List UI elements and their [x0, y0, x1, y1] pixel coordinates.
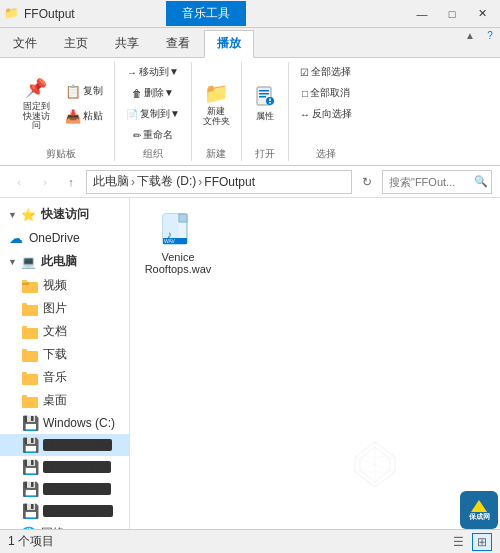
- move-to-button[interactable]: → 移动到▼: [122, 62, 184, 82]
- organize-label: 组织: [143, 147, 163, 161]
- tab-play[interactable]: 播放: [204, 30, 254, 58]
- copy-button[interactable]: 📋 复制: [60, 81, 108, 102]
- new-buttons: 📁 新建文件夹: [198, 62, 235, 145]
- pictures-label: 图片: [43, 300, 67, 317]
- music-label: 音乐: [43, 369, 67, 386]
- svg-rect-1: [259, 90, 269, 92]
- path-drive: 下载卷 (D:): [137, 173, 196, 190]
- sidebar-item-pictures[interactable]: 图片: [0, 297, 129, 320]
- quickaccess-chevron: ▼: [8, 210, 17, 220]
- thispc-chevron: ▼: [8, 257, 17, 267]
- tab-share[interactable]: 共享: [102, 30, 152, 57]
- drive-d-icon: 💾: [22, 437, 38, 453]
- ribbon-tabs: 文件 主页 共享 查看 播放 ▲ ?: [0, 28, 500, 58]
- documents-folder-icon: [22, 324, 38, 340]
- svg-rect-10: [22, 305, 38, 316]
- wav-file-icon: ♪ WAV: [158, 211, 198, 251]
- sidebar: ▼ ⭐ 快速访问 ☁ OneDrive ▼ 💻 此电脑 视频 图片: [0, 198, 130, 553]
- svg-rect-12: [22, 328, 38, 339]
- pin-to-quickaccess-button[interactable]: 📌 固定到快速访问: [14, 72, 58, 136]
- sidebar-item-drive-e[interactable]: 💾 ██████(E:): [0, 456, 129, 478]
- onedrive-icon: ☁: [8, 230, 24, 246]
- sidebar-item-drive-f[interactable]: 💾 ██████(F:): [0, 478, 129, 500]
- svg-rect-11: [22, 303, 27, 306]
- close-button[interactable]: ✕: [468, 3, 496, 25]
- select-all-button[interactable]: ☑ 全部选择: [295, 62, 356, 82]
- title-bar-app-name: FFOutput: [24, 7, 75, 21]
- tab-home[interactable]: 主页: [51, 30, 101, 57]
- copy-icon: 📋: [65, 84, 81, 99]
- file-item-venice[interactable]: ♪ WAV Venice Rooftops.wav: [138, 206, 218, 280]
- view-list-button[interactable]: ☰: [448, 533, 468, 551]
- forward-button[interactable]: ›: [34, 171, 56, 193]
- ribbon-collapse-btn[interactable]: ▲: [460, 30, 480, 41]
- help-btn[interactable]: ?: [480, 30, 500, 41]
- svg-rect-18: [22, 397, 38, 408]
- rename-icon: ✏: [133, 130, 141, 141]
- sidebar-item-video[interactable]: 视频: [0, 274, 129, 297]
- paste-button[interactable]: 📥 粘贴: [60, 106, 108, 127]
- copy-to-button[interactable]: 📄 复制到▼: [121, 104, 185, 124]
- svg-rect-3: [259, 96, 266, 98]
- decorative-diamond: [350, 437, 400, 487]
- sidebar-item-drive-d[interactable]: 💾 ██████(D:): [0, 434, 129, 456]
- sidebar-item-desktop[interactable]: 桌面: [0, 389, 129, 412]
- title-bar-left: 📁 FFOutput: [4, 6, 166, 22]
- deselect-all-button[interactable]: □ 全部取消: [297, 83, 355, 103]
- drive-d-label: ██████(D:): [43, 439, 112, 451]
- invert-selection-button[interactable]: ↔ 反向选择: [295, 104, 357, 124]
- maximize-button[interactable]: □: [438, 3, 466, 25]
- address-path[interactable]: 此电脑 › 下载卷 (D:) › FFOutput: [86, 170, 352, 194]
- downloads-label: 下载: [43, 346, 67, 363]
- path-folder: FFOutput: [204, 175, 255, 189]
- svg-rect-5: [269, 99, 271, 102]
- sidebar-item-downloads[interactable]: 下载: [0, 343, 129, 366]
- rename-button[interactable]: ✏ 重命名: [128, 125, 178, 145]
- up-button[interactable]: ↑: [60, 171, 82, 193]
- title-bar-controls: — □ ✕: [408, 3, 496, 25]
- sidebar-section-thispc[interactable]: ▼ 💻 此电脑: [0, 249, 129, 274]
- properties-button[interactable]: 属性: [248, 80, 282, 127]
- music-tool-tab[interactable]: 音乐工具: [166, 1, 246, 26]
- drive-c-icon: 💾: [22, 415, 38, 431]
- downloads-folder-icon: [22, 347, 38, 363]
- refresh-button[interactable]: ↻: [356, 171, 378, 193]
- pictures-folder-icon: [22, 301, 38, 317]
- back-button[interactable]: ‹: [8, 171, 30, 193]
- minimize-button[interactable]: —: [408, 3, 436, 25]
- quickaccess-label: 快速访问: [41, 206, 89, 223]
- sidebar-item-drive-g[interactable]: 💾 ██████(G:): [0, 500, 129, 522]
- deselect-icon: □: [302, 88, 308, 99]
- sidebar-item-documents[interactable]: 文档: [0, 320, 129, 343]
- svg-rect-15: [22, 349, 27, 352]
- tab-file[interactable]: 文件: [0, 30, 50, 57]
- search-icon: 🔍: [474, 175, 488, 188]
- thispc-label: 此电脑: [41, 253, 77, 270]
- new-folder-button[interactable]: 📁 新建文件夹: [198, 77, 235, 131]
- select-buttons: ☑ 全部选择 □ 全部取消 ↔ 反向选择: [295, 62, 357, 145]
- pin-icon: 📌: [24, 76, 48, 100]
- delete-button[interactable]: 🗑 删除▼: [127, 83, 179, 103]
- view-grid-button[interactable]: ⊞: [472, 533, 492, 551]
- sidebar-section-quickaccess[interactable]: ▼ ⭐ 快速访问: [0, 202, 129, 227]
- sidebar-item-onedrive[interactable]: ☁ OneDrive: [0, 227, 129, 249]
- sidebar-item-windows-c[interactable]: 💾 Windows (C:): [0, 412, 129, 434]
- new-label: 新建: [206, 147, 226, 161]
- svg-rect-16: [22, 374, 38, 385]
- organize-buttons: → 移动到▼ 🗑 删除▼ 📄 复制到▼ ✏ 重命名: [121, 62, 185, 145]
- ribbon-content: 📌 固定到快速访问 📋 复制 📥 粘贴 剪贴板 → 移动到▼: [0, 58, 500, 166]
- svg-rect-19: [22, 395, 27, 398]
- drive-f-icon: 💾: [22, 481, 38, 497]
- watermark-badge: 保成网: [460, 491, 498, 529]
- tab-view[interactable]: 查看: [153, 30, 203, 57]
- sidebar-item-music[interactable]: 音乐: [0, 366, 129, 389]
- select-all-icon: ☑: [300, 67, 309, 78]
- onedrive-label: OneDrive: [29, 231, 80, 245]
- clipboard-label: 剪贴板: [46, 147, 76, 161]
- svg-rect-6: [269, 102, 271, 104]
- documents-label: 文档: [43, 323, 67, 340]
- drive-e-label: ██████(E:): [43, 461, 111, 473]
- open-buttons: 属性: [248, 62, 282, 145]
- desktop-folder-icon: [22, 393, 38, 409]
- svg-rect-17: [22, 372, 27, 375]
